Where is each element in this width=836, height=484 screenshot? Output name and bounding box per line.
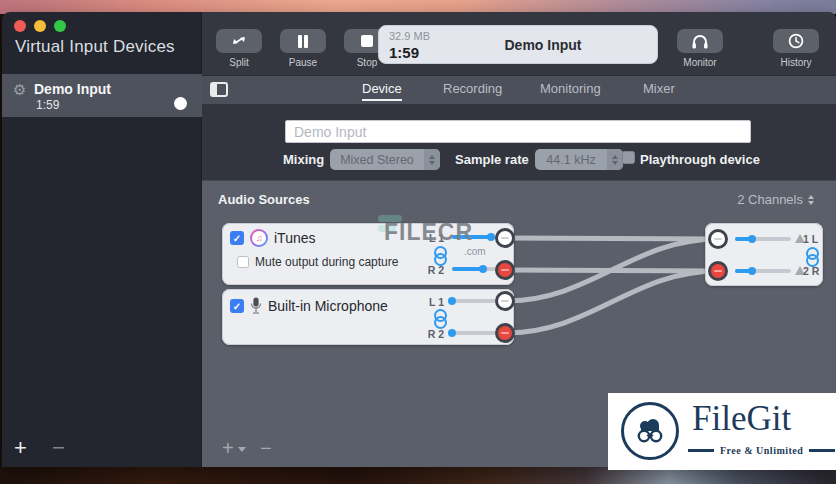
output-channel2-slider[interactable] <box>735 269 791 273</box>
itunes-icon: ♫ <box>250 229 268 247</box>
traffic-lights <box>14 20 66 32</box>
tab-monitoring[interactable]: Monitoring <box>540 81 601 99</box>
desktop: Virtual Input Devices ⚙ Demo Input 1:59 … <box>0 0 836 484</box>
chevron-down-icon[interactable] <box>238 447 246 452</box>
pause-icon <box>297 35 309 48</box>
clock-icon <box>788 33 804 49</box>
playthrough-checkbox[interactable] <box>622 151 635 164</box>
itunes-left-output-knob[interactable] <box>495 228 515 248</box>
sample-rate-value: 44.1 kHz <box>535 153 607 167</box>
mic-left-output-knob[interactable] <box>495 291 515 311</box>
sidebar-title: Virtual Input Devices <box>15 37 175 57</box>
itunes-right-output-knob[interactable] <box>495 260 515 280</box>
minimize-window-button[interactable] <box>34 20 46 32</box>
output-channel1-label: 1 L <box>803 233 829 245</box>
mic-right-output-knob[interactable] <box>495 323 515 343</box>
add-source-button[interactable]: + <box>222 437 234 460</box>
source-block-microphone: ✓ Built-in Microphone L 1 <box>222 289 514 345</box>
stop-icon <box>361 35 373 47</box>
output-channel2-label: 2 R <box>803 265 829 277</box>
mute-output-label: Mute output during capture <box>255 255 398 269</box>
filegit-binoculars-icon <box>621 402 679 460</box>
split-button[interactable] <box>216 29 262 53</box>
monitor-label: Monitor <box>670 57 730 68</box>
toggle-sidebar-icon[interactable] <box>210 82 228 97</box>
recording-status-display: 32.9 MB 1:59 Demo Input <box>378 25 658 64</box>
remove-source-button[interactable]: − <box>260 437 272 460</box>
device-duration: 1:59 <box>36 98 59 112</box>
itunes-enabled-checkbox[interactable]: ✓ <box>230 231 244 245</box>
tab-device[interactable]: Device <box>362 81 402 101</box>
mic-enabled-checkbox[interactable]: ✓ <box>230 299 244 313</box>
pause-button[interactable] <box>280 29 326 53</box>
gear-icon: ⚙ <box>13 81 26 99</box>
filegit-title: FileGit <box>692 399 791 439</box>
channel-link-icon[interactable] <box>806 247 815 263</box>
filegit-tagline-text: Free & Unlimited <box>720 445 803 456</box>
zoom-window-button[interactable] <box>54 20 66 32</box>
remove-device-button[interactable]: − <box>52 435 65 461</box>
sidebar-item-demo-input[interactable]: ⚙ Demo Input 1:59 <box>2 74 202 117</box>
recording-indicator-dot <box>174 97 187 110</box>
itunes-right-channel-label: R 2 <box>418 264 444 276</box>
recording-title: Demo Input <box>439 26 647 63</box>
device-form: Mixing Mixed Stereo Sample rate 44.1 kHz… <box>202 104 836 180</box>
tab-mixer[interactable]: Mixer <box>643 81 675 99</box>
sample-rate-dropdown[interactable]: 44.1 kHz <box>535 149 623 170</box>
tab-bar: Device Recording Monitoring Mixer <box>202 76 836 104</box>
history-button[interactable] <box>773 29 819 53</box>
device-name: Demo Input <box>34 81 111 97</box>
channel-link-icon[interactable] <box>434 309 443 325</box>
stepper-icon <box>607 149 623 170</box>
filegit-logo: FileGit Free & Unlimited <box>608 393 836 470</box>
split-label: Split <box>209 57 269 68</box>
mic-right-channel-label: R 2 <box>418 328 444 340</box>
mic-left-channel-label: L 1 <box>418 296 444 308</box>
headphones-icon <box>691 34 709 49</box>
filecr-watermark: FILECR .com <box>384 219 473 246</box>
recording-time: 1:59 <box>389 44 419 61</box>
history-label: History <box>766 57 826 68</box>
sample-rate-label: Sample rate <box>455 152 529 167</box>
recording-size: 32.9 MB <box>389 30 430 42</box>
filecr-suffix: .com <box>464 246 486 257</box>
microphone-icon <box>250 297 262 315</box>
split-icon <box>230 34 248 48</box>
sidebar: Virtual Input Devices ⚙ Demo Input 1:59 … <box>2 12 202 467</box>
mic-title: Built-in Microphone <box>268 298 388 314</box>
mute-output-checkbox[interactable] <box>237 256 249 268</box>
sidebar-footer: + − <box>2 433 201 467</box>
filegit-tagline: Free & Unlimited <box>688 445 835 456</box>
mic-right-slider[interactable] <box>452 331 496 335</box>
pause-label: Pause <box>273 57 333 68</box>
stepper-icon <box>424 149 440 170</box>
mixing-value: Mixed Stereo <box>330 153 424 167</box>
mixing-label: Mixing <box>283 152 324 167</box>
playthrough-label: Playthrough device <box>640 152 760 167</box>
close-window-button[interactable] <box>14 20 26 32</box>
output-channel1-slider[interactable] <box>735 237 791 241</box>
itunes-right-slider[interactable] <box>452 267 496 271</box>
filecr-text: FILECR <box>384 219 473 246</box>
output-channel2-input-knob[interactable] <box>708 261 728 281</box>
mic-left-slider[interactable] <box>452 299 496 303</box>
add-device-button[interactable]: + <box>14 435 27 461</box>
output-channel1-input-knob[interactable] <box>708 229 728 249</box>
itunes-title: iTunes <box>274 230 316 246</box>
channel-link-icon[interactable] <box>434 246 443 262</box>
toolbar: Split Pause <box>202 12 836 76</box>
mixing-dropdown[interactable]: Mixed Stereo <box>330 149 440 170</box>
device-name-input[interactable] <box>285 120 751 143</box>
monitor-button[interactable] <box>677 29 723 53</box>
tab-recording[interactable]: Recording <box>443 81 502 99</box>
